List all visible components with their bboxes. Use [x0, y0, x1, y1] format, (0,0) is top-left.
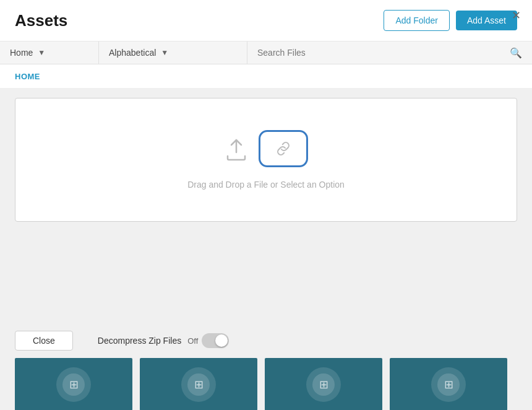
sort-label: Alphabetical [109, 48, 156, 58]
windows-icon: ⊞ [319, 378, 328, 391]
asset-thumbnail[interactable]: ⊞ [390, 358, 507, 410]
drag-drop-text: Drag and Drop a File or Select an Option [187, 180, 345, 190]
windows-icon: ⊞ [69, 378, 79, 391]
page-title: Assets [15, 11, 67, 30]
windows-icon: ⊞ [194, 378, 204, 391]
close-button[interactable]: Close [15, 331, 73, 351]
toolbar: Home ▼ Alphabetical ▼ 🔍 [0, 41, 532, 64]
decompress-label: Decompress Zip Files [98, 336, 181, 346]
asset-thumb-inner: ⊞ [181, 367, 216, 402]
action-bar: Close Decompress Zip Files Off [0, 323, 532, 358]
close-icon[interactable]: ✕ [512, 9, 521, 22]
decompress-section: Decompress Zip Files Off [98, 333, 229, 348]
toggle-knob [215, 334, 228, 347]
search-icon: 🔍 [510, 47, 522, 59]
asset-thumb-inner-2: ⊞ [312, 373, 335, 396]
location-dropdown[interactable]: Home ▼ [0, 41, 99, 64]
decompress-toggle[interactable] [202, 333, 229, 348]
toggle-container: Off [187, 333, 229, 348]
asset-thumbnail[interactable]: ⊞ [265, 358, 382, 410]
add-folder-button[interactable]: Add Folder [384, 10, 449, 31]
asset-thumb-inner-2: ⊞ [62, 373, 85, 396]
breadcrumb: HOME [0, 64, 532, 88]
upload-area[interactable]: Drag and Drop a File or Select an Option [15, 98, 517, 222]
header-buttons: Add Folder Add Asset [384, 10, 517, 31]
search-input[interactable] [257, 48, 505, 58]
toggle-state-label: Off [187, 336, 198, 346]
asset-thumbnail[interactable]: ⊞ [140, 358, 257, 410]
chevron-down-icon: ▼ [161, 48, 168, 57]
header: Assets Add Folder Add Asset [0, 0, 532, 41]
assets-grid: ⊞ ⊞ ⊞ ⊞ [0, 358, 532, 410]
search-bar: 🔍 [247, 42, 532, 64]
upload-icon [224, 135, 249, 162]
asset-thumb-inner-2: ⊞ [437, 373, 460, 396]
windows-icon: ⊞ [444, 378, 453, 391]
asset-thumb-inner: ⊞ [306, 367, 341, 402]
asset-thumb-inner: ⊞ [56, 367, 91, 402]
location-label: Home [10, 48, 33, 58]
asset-thumbnail[interactable]: ⊞ [15, 358, 132, 410]
asset-thumb-inner: ⊞ [431, 367, 466, 402]
upload-icons [224, 130, 308, 167]
chevron-down-icon: ▼ [38, 48, 45, 57]
main-content: Drag and Drop a File or Select an Option [0, 88, 532, 323]
breadcrumb-home[interactable]: HOME [15, 72, 40, 81]
sort-dropdown[interactable]: Alphabetical ▼ [99, 41, 247, 64]
asset-thumb-inner-2: ⊞ [187, 373, 210, 396]
add-asset-button[interactable]: Add Asset [456, 11, 517, 30]
link-icon-circle [259, 130, 308, 167]
